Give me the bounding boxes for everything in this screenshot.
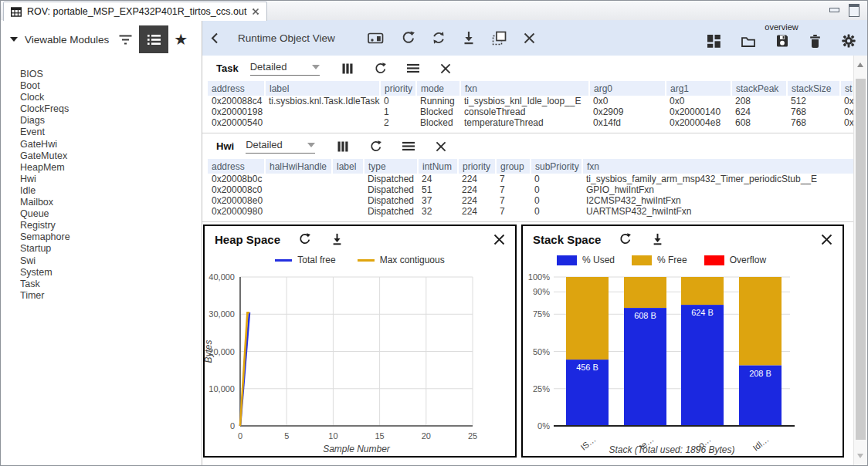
sidebar-item-idle[interactable]: Idle [20,185,202,197]
close-section-button[interactable] [440,63,451,74]
legend-item[interactable]: Overflow [704,255,766,265]
sidebar-item-task[interactable]: Task [20,279,202,290]
table-row[interactable]: 0x20000980Dispatched3222470UARTMSP432_hw… [208,206,854,217]
table-row[interactable]: 0x200008e0Dispatched3722470I2CMSP432_hwi… [208,195,854,206]
collapse-caret-icon[interactable] [10,37,18,42]
column-header[interactable]: arg0 [589,81,666,96]
sidebar-item-heapmem[interactable]: HeapMem [20,162,202,174]
back-button[interactable] [211,32,219,44]
close-section-button[interactable] [436,141,446,152]
delete-button[interactable] [809,35,821,48]
window-controls [829,4,860,17]
table-row[interactable]: 0x200008c0Dispatched5122470GPIO_hwiIntFx… [208,184,854,195]
sidebar-item-registry[interactable]: Registry [20,220,202,231]
column-header[interactable]: address [208,81,265,96]
svg-text:30,000: 30,000 [209,309,235,319]
list-view-button[interactable] [139,25,168,53]
auto-refresh-button[interactable] [432,31,446,45]
sidebar-item-system[interactable]: System [20,267,202,279]
legend-item[interactable]: % Free [632,255,687,265]
section-name: Task [216,62,239,74]
sidebar-item-boot[interactable]: Boot [20,80,202,92]
tab-close-icon[interactable] [252,8,259,15]
filter-button[interactable] [119,34,132,46]
connect-target-button[interactable] [368,32,384,44]
download-button[interactable] [463,31,475,45]
legend-item[interactable]: Max contiguous [358,255,445,265]
download-button[interactable] [652,233,663,245]
sidebar-item-diags[interactable]: Diags [20,115,202,127]
column-header[interactable]: group [496,159,531,174]
save-button[interactable] [776,35,788,47]
column-header[interactable]: subPriority [531,159,582,174]
columns-button[interactable] [342,63,353,74]
close-chart-button[interactable] [821,234,832,245]
legend-item[interactable]: Total free [275,255,335,265]
sidebar-item-clock[interactable]: Clock [20,92,202,103]
table-row[interactable]: 0x20008b0cDispatched2422470ti_sysbios_fa… [208,174,854,184]
legend-item[interactable]: % Used [557,255,615,265]
detach-view-button[interactable] [492,31,507,46]
column-header[interactable]: halHwiHandle [265,159,332,174]
refresh-button[interactable] [298,233,310,245]
column-header[interactable]: intNum [418,159,458,174]
column-header[interactable]: type [364,159,418,174]
columns-button[interactable] [337,141,348,152]
menu-button[interactable] [402,141,415,151]
column-header[interactable]: address [208,159,265,174]
refresh-button[interactable] [369,140,381,153]
column-header[interactable]: arg1 [666,81,731,96]
open-button[interactable] [741,35,755,47]
sidebar-item-hwi[interactable]: Hwi [20,174,202,185]
sidebar-item-mailbox[interactable]: Mailbox [20,197,202,208]
refresh-button[interactable] [619,233,631,245]
download-button[interactable] [331,233,343,245]
dashboard-button[interactable] [707,35,721,48]
column-header[interactable]: priority [380,81,416,96]
table-row[interactable]: 0x200088c4ti.sysbios.knl.Task.IdleTask0R… [208,96,853,106]
sidebar-item-semaphore[interactable]: Semaphore [20,231,202,243]
menu-button[interactable] [407,63,419,73]
column-header[interactable]: mode [416,81,460,96]
column-header[interactable]: label [265,81,380,96]
scrollbar-thumb[interactable] [856,79,866,440]
settings-button[interactable] [842,34,856,48]
favorites-star-icon[interactable]: ★ [174,32,188,47]
close-chart-button[interactable] [493,234,505,245]
connect-target-icon [368,32,384,44]
close-view-button[interactable] [524,32,535,44]
column-header[interactable]: stackPeak [731,81,787,96]
table-row[interactable]: 0x200001981BlockedconsoleThread0x29090x2… [208,106,853,117]
table-row[interactable]: 0x200005402BlockedtemperatureThread0x14f… [208,117,853,128]
column-header[interactable]: priority [458,159,496,174]
rov-view-tab[interactable]: ROV: portable_MSP_EXP432P401R_tirtos_ccs… [3,2,267,21]
scroll-down-arrow-icon[interactable] [857,454,863,458]
sidebar-item-startup[interactable]: Startup [20,243,202,255]
sidebar-item-queue[interactable]: Queue [20,208,202,220]
hwi-view-select[interactable]: Detailed [246,139,315,154]
task-view-select[interactable]: Detailed [250,61,320,76]
column-header[interactable]: label [332,159,364,174]
sidebar-item-event[interactable]: Event [20,127,202,138]
dashboard-icon [707,35,721,48]
column-header[interactable]: fxn [582,159,854,174]
maximize-icon[interactable] [849,4,860,17]
sidebar-item-clockfreqs[interactable]: ClockFreqs [20,103,202,115]
sidebar-item-swi[interactable]: Swi [20,255,202,267]
sidebar-item-gatemutex[interactable]: GateMutex [20,150,202,162]
sidebar-item-gatehwi[interactable]: GateHwi [20,139,202,150]
sidebar-item-bios[interactable]: BIOS [20,69,202,80]
refresh-button[interactable] [401,31,415,45]
minimize-icon[interactable] [829,8,839,12]
close-icon [493,234,505,245]
refresh-button[interactable] [374,62,386,75]
column-header[interactable]: stackSize [787,81,840,96]
column-header[interactable]: fxn [460,81,589,96]
svg-text:0%: 0% [537,421,550,431]
vertical-scrollbar[interactable] [853,56,867,465]
task-section-header: Task Detailed [202,56,854,81]
scroll-up-arrow-icon[interactable] [857,62,863,67]
heap-line-chart: 010,00020,00030,00040,0000510152025Sampl… [205,268,512,456]
column-header[interactable]: stackBase [840,81,853,96]
sidebar-item-timer[interactable]: Timer [20,290,202,302]
